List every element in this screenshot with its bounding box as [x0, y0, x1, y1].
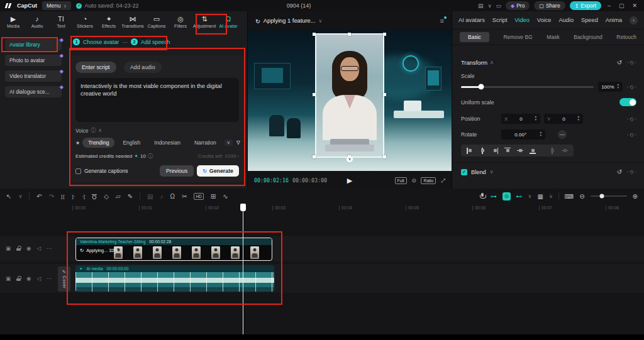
distribute-vertical-icon[interactable]	[562, 148, 568, 154]
tab-audio[interactable]: ♪Audio	[25, 13, 49, 31]
hide-track-icon[interactable]: ◉	[26, 245, 31, 251]
keyframe-control[interactable]: ‹◇›	[627, 132, 636, 138]
reset-icon[interactable]: ↺	[617, 59, 622, 66]
tab-adjustment[interactable]: ⇅Adjustment	[192, 13, 216, 31]
keyframe-control[interactable]: ‹◇›	[627, 84, 636, 90]
distribute-horizontal-icon[interactable]	[549, 148, 555, 154]
mute-clip-button[interactable]: ♪	[160, 193, 164, 200]
sidebar-item-ai-dialogue[interactable]: AI dialogue sce...◆	[5, 86, 62, 97]
mute-track-icon[interactable]: ◁	[36, 275, 41, 282]
fullscreen-icon[interactable]: ⤢	[441, 177, 445, 184]
generate-captions-checkbox[interactable]	[75, 168, 81, 174]
subtab-basic[interactable]: Basic	[460, 32, 489, 42]
align-bottom-icon[interactable]	[530, 148, 536, 154]
align-right-icon[interactable]	[492, 148, 498, 154]
playhead-handle[interactable]	[240, 204, 246, 211]
chevron-down-icon[interactable]: ∨	[488, 3, 492, 9]
selection-handle[interactable]	[348, 33, 351, 36]
step-2-label[interactable]: Add speech	[141, 39, 170, 45]
link-clips-toggle[interactable]: ⊷	[516, 193, 523, 200]
align-center-horizontal-icon[interactable]	[479, 148, 486, 154]
info-icon[interactable]: ⓘ	[91, 127, 96, 134]
sidebar-item-video-translator[interactable]: Video translator◆	[5, 70, 62, 82]
maximize-button[interactable]: ▢	[617, 3, 626, 9]
blend-checkbox[interactable]: ✓	[461, 169, 467, 175]
selection-handle[interactable]	[313, 93, 316, 96]
ratio-badge[interactable]: Ratio	[421, 177, 436, 184]
previous-button[interactable]: Previous	[160, 165, 194, 177]
mask-button[interactable]: ◇	[104, 193, 109, 200]
menu-button[interactable]: Menu ∨	[42, 1, 71, 10]
tab-effects[interactable]: ✦Effects	[97, 13, 121, 31]
selection-handle[interactable]	[383, 93, 386, 96]
layout-toggle-icon[interactable]: ▤	[478, 3, 484, 9]
delete-right-button[interactable]: ·[	[82, 194, 85, 199]
add-audio-tab[interactable]: Add audio	[124, 62, 162, 73]
delete-button[interactable]	[92, 193, 97, 199]
keyframe-control[interactable]: ‹◇›	[627, 169, 636, 175]
collapse-icon[interactable]: ∧	[490, 60, 494, 65]
chevron-down-icon[interactable]: ∨	[528, 194, 532, 199]
sidebar-item-photo-to-avatar[interactable]: Photo to avatar◆	[5, 55, 62, 66]
voice-tab-narration[interactable]: Narration	[189, 138, 222, 148]
timeline-ruler[interactable]: 00:00 00:01 00:02 00:03 00:04 00:05 00:0…	[0, 204, 644, 213]
play-button[interactable]: ▶	[347, 177, 352, 185]
add-avatar-button[interactable]: Ω	[170, 193, 175, 200]
chevron-down-icon[interactable]: ∨	[549, 194, 553, 199]
tab-ai-avatars[interactable]: AI avatars	[458, 17, 485, 23]
tab-animation[interactable]: Anima	[606, 17, 622, 23]
export-clip-button[interactable]: ▤	[147, 193, 153, 200]
ai-cutout-button[interactable]: ✎	[128, 193, 133, 200]
stepper-icon[interactable]: ▲▼	[539, 131, 542, 137]
split-button[interactable]: ][	[61, 194, 65, 199]
collapse-icon[interactable]: ∧	[98, 128, 102, 133]
minimize-button[interactable]: –	[606, 3, 613, 9]
scale-slider[interactable]	[461, 86, 594, 88]
generate-button[interactable]: ↻ Generate	[197, 165, 239, 177]
tab-video[interactable]: Video	[514, 17, 530, 23]
tab-media[interactable]: ▶Media	[1, 13, 25, 31]
align-top-icon[interactable]	[504, 148, 511, 154]
keyframe-control[interactable]: ‹◇›	[627, 60, 636, 65]
subtab-retouch[interactable]: Retouch	[616, 34, 636, 40]
hide-track-icon[interactable]: ◉	[26, 275, 31, 282]
tab-captions[interactable]: ▭Captions	[145, 13, 169, 31]
keyframe-control[interactable]: ‹◇›	[627, 116, 636, 122]
subtab-mask[interactable]: Mask	[547, 34, 559, 40]
tab-transitions[interactable]: ⋈Transitions	[121, 13, 145, 31]
tab-ai-avatar[interactable]: ΩAI avatar	[216, 13, 240, 31]
scale-value-box[interactable]: 100% ▲▼	[598, 82, 623, 92]
lock-track-icon[interactable]	[16, 276, 21, 281]
tabs-scroll-right-icon[interactable]: ›	[630, 16, 638, 25]
preview-menu-icon[interactable]: ≡	[440, 17, 444, 25]
extract-frames-button[interactable]: ⊞	[211, 193, 216, 200]
position-x-field[interactable]: X 0 ▲▼	[501, 114, 540, 124]
playhead[interactable]	[243, 204, 243, 334]
align-left-icon[interactable]	[467, 148, 473, 154]
more-options-icon[interactable]: ⋯	[47, 245, 52, 251]
zoom-out-button[interactable]: ⊖	[579, 193, 584, 200]
stepper-icon[interactable]: ▲▼	[617, 84, 620, 89]
credits-left[interactable]: Credits left: 1039 ›	[198, 153, 239, 159]
stepper-icon[interactable]: ▲▼	[534, 116, 537, 121]
full-quality-badge[interactable]: Full	[395, 177, 407, 184]
tab-voice[interactable]: Voice	[537, 17, 552, 23]
enter-script-tab[interactable]: Enter script	[75, 62, 116, 73]
voice-filter-icon[interactable]: ∇	[236, 140, 240, 146]
voice-tab-trending[interactable]: Trending	[82, 138, 114, 148]
edit-cover-button[interactable]: ✎ Cover	[58, 266, 70, 292]
preview-axis-button[interactable]: ▦	[537, 193, 543, 200]
tab-text[interactable]: TIText	[49, 13, 73, 31]
reset-icon[interactable]: ↺	[617, 168, 622, 175]
tab-audio[interactable]: Audio	[558, 17, 574, 23]
uniform-scale-toggle[interactable]	[619, 98, 636, 106]
chevron-down-icon[interactable]: ∨	[490, 169, 494, 175]
selection-handle[interactable]	[383, 33, 386, 36]
panel-layout-icon[interactable]: ▭	[496, 3, 501, 9]
more-options-icon[interactable]: ⋯	[47, 275, 52, 282]
subtab-background[interactable]: Background	[574, 34, 602, 40]
undo-button[interactable]: ↶	[36, 193, 42, 200]
chevron-down-icon[interactable]: ∨	[18, 194, 22, 199]
share-button[interactable]: ▢ Share	[534, 1, 565, 10]
position-y-field[interactable]: Y 0 ▲▼	[544, 114, 583, 124]
